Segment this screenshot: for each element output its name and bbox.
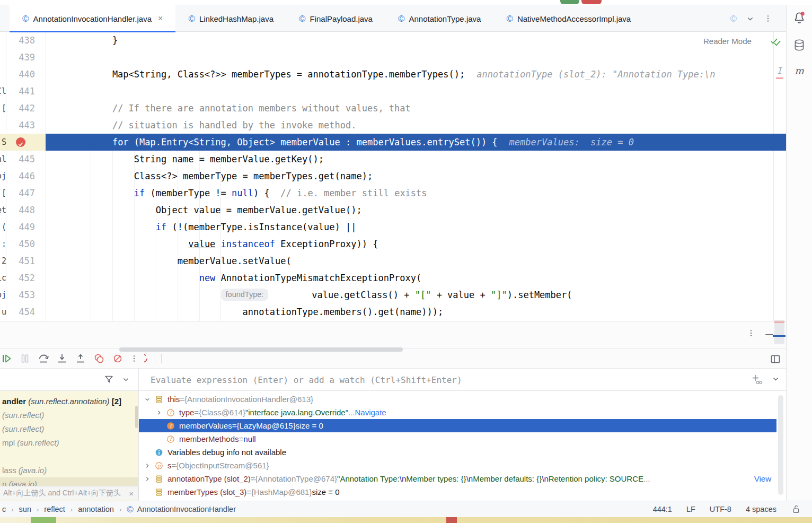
breadcrumb-item[interactable]: reflect bbox=[44, 505, 65, 513]
code-line[interactable]: 449 if (!(memberType.isInstance(value) |… bbox=[0, 219, 786, 236]
inspections-ok-icon[interactable] bbox=[770, 36, 781, 47]
breadcrumb-item[interactable]: annotation bbox=[78, 505, 114, 513]
code-line[interactable]: 452 new AnnotationTypeMismatchExceptionP… bbox=[0, 269, 786, 286]
breadcrumb-item[interactable]: c bbox=[2, 505, 6, 513]
navigate-link[interactable]: Navigate bbox=[355, 408, 386, 417]
status-widget-utf-8[interactable]: UTF-8 bbox=[710, 505, 731, 513]
code-line[interactable]: 440 Map<String, Class<?>> memberTypes = … bbox=[0, 66, 786, 83]
reader-mode-label[interactable]: Reader Mode bbox=[703, 37, 752, 46]
frame-row[interactable]: (sun.reflect) bbox=[0, 408, 138, 422]
frames-scrollbar[interactable] bbox=[135, 406, 138, 428]
variable-row[interactable]: memberTypes (slot_3) = {HashMap@681} siz… bbox=[139, 485, 776, 499]
add-watch-icon[interactable] bbox=[751, 373, 763, 386]
frame-row[interactable]: mpl (sun.reflect) bbox=[0, 436, 138, 450]
code-line[interactable]: 443 // situation is handled by the invok… bbox=[0, 117, 786, 134]
maven-m-icon[interactable]: m bbox=[792, 64, 806, 77]
code-line[interactable]: 451 memberValue.setValue( bbox=[0, 252, 786, 269]
frame-row[interactable]: andler (sun.reflect.annotation) [2] bbox=[0, 395, 138, 408]
step-into-button[interactable] bbox=[56, 352, 68, 365]
tab-linkedhashmap-java[interactable]: ©LinkedHashMap.java bbox=[175, 5, 286, 32]
line-number[interactable]: 439 bbox=[5, 49, 35, 66]
navigate-link[interactable]: View bbox=[754, 474, 776, 483]
expander-closed-icon[interactable] bbox=[143, 461, 152, 470]
variable-row[interactable]: Variables debug info not available bbox=[139, 446, 776, 459]
mute-breakpoints-button[interactable] bbox=[111, 352, 124, 365]
stop-button-partial[interactable] bbox=[581, 0, 602, 4]
variable-row[interactable]: ps = {ObjectInputStream@561} bbox=[139, 459, 776, 472]
code-line[interactable]: 438 } bbox=[0, 32, 786, 49]
rerun-button-partial[interactable] bbox=[144, 352, 149, 365]
kebab-menu-icon[interactable] bbox=[747, 328, 755, 338]
line-number[interactable]: 452 bbox=[5, 269, 35, 286]
code-editor[interactable]: 438 }439440 Map<String, Class<?>> member… bbox=[0, 32, 786, 321]
code-line[interactable]: 450 value instanceof ExceptionProxy)) { bbox=[0, 236, 786, 252]
breakpoint-icon[interactable] bbox=[16, 137, 25, 147]
filter-funnel-icon[interactable] bbox=[103, 374, 114, 385]
line-number[interactable]: 453 bbox=[5, 286, 35, 303]
expander-closed-icon[interactable] bbox=[143, 475, 152, 483]
tab-annotationtype-java[interactable]: ©AnnotationType.java bbox=[385, 5, 493, 32]
line-number[interactable]: 441 bbox=[5, 83, 35, 100]
status-widget-lf[interactable]: LF bbox=[686, 505, 695, 513]
lock-open-icon[interactable] bbox=[791, 504, 801, 515]
frame-row[interactable]: (sun.reflect) bbox=[0, 422, 138, 436]
status-widget-4-spaces[interactable]: 4 spaces bbox=[746, 505, 776, 513]
variable-row[interactable]: fmemberValues = {LazyMap@615} size = 0 bbox=[139, 419, 776, 432]
variable-row[interactable]: annotationType (slot_2) = {AnnotationTyp… bbox=[139, 472, 776, 485]
line-number[interactable]: 448 bbox=[5, 202, 35, 219]
line-number[interactable]: 449 bbox=[5, 219, 35, 236]
code-line[interactable]: 453 foundType: value.getClass() + "[" + … bbox=[0, 286, 786, 303]
tab-finalpayload-java[interactable]: ©FinalPayload.java bbox=[286, 5, 385, 32]
resume-button[interactable] bbox=[0, 352, 13, 365]
frame-row[interactable]: lass (java.io) bbox=[0, 464, 138, 477]
expander-closed-icon[interactable] bbox=[155, 408, 163, 417]
chevron-down-icon[interactable] bbox=[746, 15, 754, 23]
code-line[interactable]: 454 annotationType.members().get(name)))… bbox=[0, 303, 786, 320]
hide-panel-button[interactable] bbox=[765, 334, 773, 335]
code-line[interactable]: 439 bbox=[0, 49, 786, 66]
chevron-down-icon[interactable] bbox=[772, 375, 780, 383]
expander-open-icon[interactable] bbox=[143, 395, 152, 404]
code-line[interactable]: 447 if (memberType != null) { // i.e. me… bbox=[0, 185, 786, 202]
vertical-scrollbar[interactable] bbox=[774, 320, 784, 344]
variable-row[interactable]: ftype = {Class@614} "interface java.lang… bbox=[139, 406, 776, 419]
database-icon[interactable] bbox=[792, 38, 806, 52]
variables-scrollbar[interactable] bbox=[778, 395, 783, 495]
notifications-bell-icon[interactable] bbox=[792, 11, 806, 24]
view-breakpoints-button[interactable] bbox=[93, 352, 105, 365]
close-icon[interactable]: × bbox=[158, 14, 163, 23]
run-button-partial[interactable] bbox=[560, 0, 579, 4]
kebab-menu-icon[interactable] bbox=[130, 354, 138, 363]
code-line[interactable]: for (Map.Entry<String, Object> memberVal… bbox=[0, 134, 786, 151]
status-widget-444-1[interactable]: 444:1 bbox=[653, 505, 672, 513]
tab-nativemethodaccessorimpl-java[interactable]: ©NativeMethodAccessorImpl.java bbox=[493, 5, 643, 32]
layout-settings-button[interactable] bbox=[769, 353, 782, 365]
kebab-menu-icon[interactable] bbox=[764, 14, 772, 23]
evaluate-expression-input[interactable] bbox=[149, 371, 724, 388]
line-number[interactable]: 447 bbox=[5, 185, 35, 202]
line-number[interactable]: 443 bbox=[5, 117, 35, 134]
line-number[interactable]: 450 bbox=[5, 236, 35, 252]
pause-button[interactable] bbox=[19, 352, 31, 365]
line-number[interactable]: 454 bbox=[5, 303, 35, 320]
breadcrumb-class-item[interactable]: ©AnnotationInvocationHandler bbox=[127, 505, 236, 514]
code-line[interactable]: 442 // If there are annotation members w… bbox=[0, 100, 786, 117]
frame-row[interactable] bbox=[0, 450, 138, 464]
step-out-button[interactable] bbox=[74, 352, 87, 365]
breadcrumb-item[interactable]: sun bbox=[19, 505, 31, 513]
line-number[interactable]: 445 bbox=[5, 151, 35, 168]
tab-annotationinvocationhandler-java[interactable]: ©AnnotationInvocationHandler.java× bbox=[10, 5, 175, 32]
line-number[interactable]: 446 bbox=[5, 168, 35, 185]
code-line[interactable]: 448 Object value = memberValue.getValue(… bbox=[0, 202, 786, 219]
code-line[interactable]: 441 bbox=[0, 83, 786, 100]
line-number[interactable]: 442 bbox=[5, 100, 35, 117]
step-over-button[interactable] bbox=[37, 352, 50, 365]
line-number[interactable]: 440 bbox=[5, 66, 35, 83]
code-line[interactable]: 445 String name = memberValue.getKey(); bbox=[0, 151, 786, 168]
variable-row[interactable]: fmemberMethods = null bbox=[139, 432, 776, 446]
variable-row[interactable]: this = {AnnotationInvocationHandler@613} bbox=[139, 393, 776, 406]
close-icon[interactable]: × bbox=[124, 489, 138, 498]
code-line[interactable]: 446 Class<?> memberType = memberTypes.ge… bbox=[0, 168, 786, 185]
line-number[interactable]: 438 bbox=[5, 32, 35, 49]
horizontal-scrollbar[interactable] bbox=[119, 347, 403, 352]
